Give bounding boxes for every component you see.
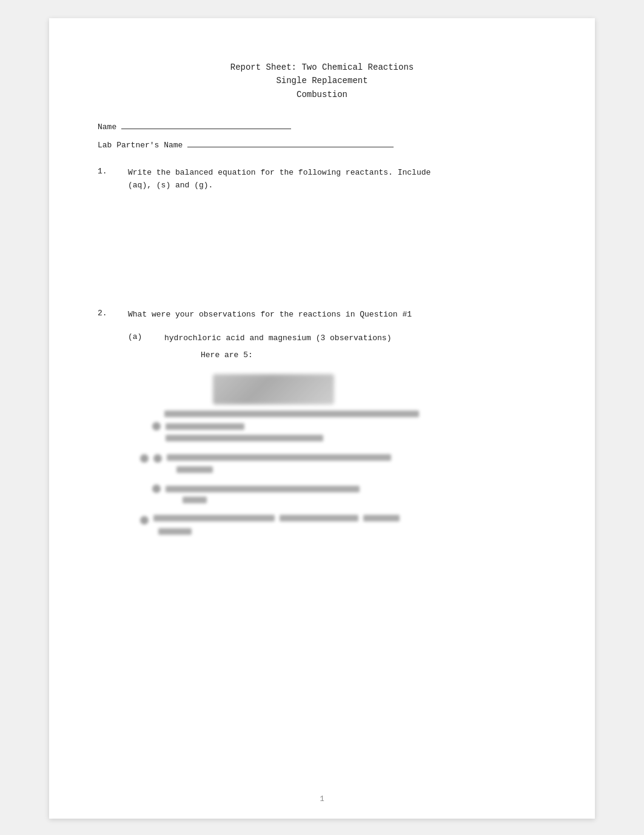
blurred-sub-2 bbox=[176, 466, 213, 473]
blurred-item-1 bbox=[152, 422, 546, 444]
blurred-label-4c bbox=[363, 515, 400, 521]
blurred-sub-3 bbox=[183, 497, 207, 503]
document-page: Report Sheet: Two Chemical Reactions Sin… bbox=[49, 18, 595, 819]
blurred-label-2 bbox=[167, 454, 391, 461]
question-1-row: 1. Write the balanced equation for the f… bbox=[98, 167, 546, 192]
blurred-label-4a bbox=[153, 515, 275, 521]
q1-text: Write the balanced equation for the foll… bbox=[128, 167, 431, 192]
title-line3: Combustion bbox=[98, 88, 546, 101]
q2-sub-a-text: hydrochloric acid and magnesium (3 obser… bbox=[164, 332, 391, 345]
blurred-image bbox=[213, 374, 546, 404]
blurred-item-2 bbox=[140, 453, 546, 476]
blurred-num-icon-3 bbox=[152, 485, 161, 493]
blurred-num-icon-1 bbox=[152, 422, 161, 431]
q2-text: What were your observations for the reac… bbox=[128, 309, 412, 321]
q2-sub-a: (a) hydrochloric acid and magnesium (3 o… bbox=[128, 332, 546, 360]
lab-partner-label: Lab Partner's Name bbox=[98, 141, 183, 150]
title-block: Report Sheet: Two Chemical Reactions Sin… bbox=[98, 61, 546, 101]
page-number: 1 bbox=[320, 795, 324, 803]
blurred-item-4 bbox=[140, 515, 546, 538]
q2-sub-a-row: (a) hydrochloric acid and magnesium (3 o… bbox=[128, 332, 546, 345]
blurred-sub-4 bbox=[158, 528, 192, 535]
lab-partner-field-row: Lab Partner's Name bbox=[98, 138, 546, 150]
title-line1: Report Sheet: Two Chemical Reactions bbox=[98, 61, 546, 74]
name-field-row: Name bbox=[98, 119, 546, 132]
name-label: Name bbox=[98, 122, 116, 132]
blurred-row-1 bbox=[164, 411, 546, 417]
blurred-desc-1 bbox=[166, 435, 323, 441]
blurred-label-4b bbox=[280, 515, 358, 521]
blurred-text-1 bbox=[164, 411, 419, 417]
here-are-text: Here are 5: bbox=[201, 350, 546, 360]
blurred-image-block bbox=[213, 374, 334, 404]
q1-number: 1. bbox=[98, 167, 128, 176]
name-input-line[interactable] bbox=[121, 119, 291, 129]
question-1-section: 1. Write the balanced equation for the f… bbox=[98, 167, 546, 292]
blurred-num-icon-4a bbox=[140, 516, 149, 525]
q2-number: 2. bbox=[98, 309, 128, 318]
blurred-num-icon-2b bbox=[153, 454, 162, 463]
blurred-item-3 bbox=[152, 485, 546, 506]
question-2-section: 2. What were your observations for the r… bbox=[98, 309, 546, 538]
lab-partner-input-line[interactable] bbox=[187, 138, 394, 147]
blurred-label-3 bbox=[166, 486, 360, 492]
title-line2: Single Replacement bbox=[98, 74, 546, 87]
q2-sub-a-label: (a) bbox=[128, 332, 164, 341]
question-2-row: 2. What were your observations for the r… bbox=[98, 309, 546, 321]
blurred-answer-area bbox=[164, 374, 546, 538]
blurred-num-icon-2a bbox=[140, 454, 149, 463]
blurred-label-1 bbox=[166, 423, 244, 430]
q1-answer-space bbox=[98, 201, 546, 292]
